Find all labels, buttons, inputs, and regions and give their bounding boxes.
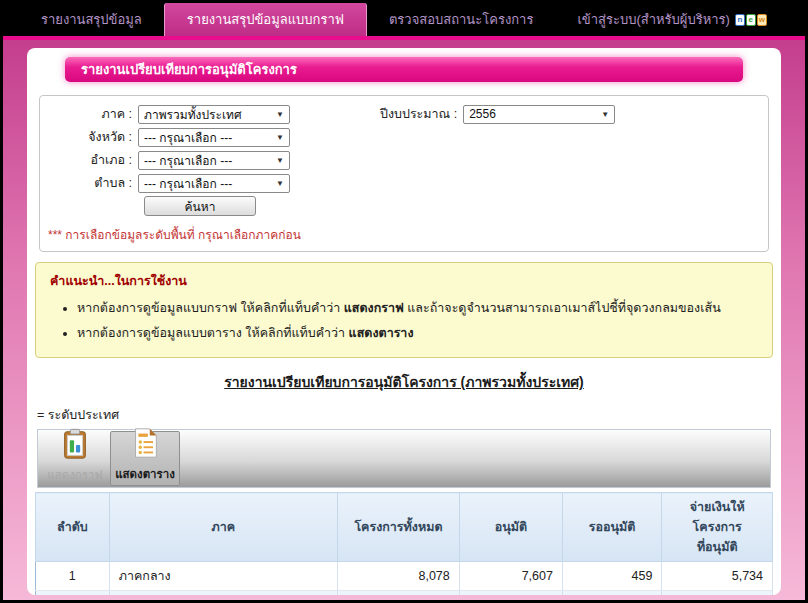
chevron-down-icon xyxy=(276,133,284,142)
instruction-bold-text: แสดงตาราง xyxy=(349,326,414,340)
province-select[interactable]: --- กรุณาเลือก --- xyxy=(138,128,290,147)
filter-note: *** การเลือกข้อมูลระดับพื้นที่ กรุณาเลือ… xyxy=(48,225,768,244)
column-header-pending: รออนุมัติ xyxy=(562,493,661,562)
instruction-item: หากต้องการดูข้อมูลแบบตาราง ให้คลิกที่แท็… xyxy=(77,323,758,343)
report-title: รายงานเปรียบเทียบการอนุมัติโครงการ (ภาพร… xyxy=(35,371,773,393)
year-select[interactable]: 2556 xyxy=(463,105,615,124)
cell-pending: 459 xyxy=(562,562,661,591)
nav-tab-label: เข้าสู่ระบบ(สำหรับผู้บริหาร) xyxy=(577,9,729,30)
table-row: 2 ภาคตะวันออกเฉียงเหนือ 10,683 8,339 2,3… xyxy=(36,591,773,596)
table-icon xyxy=(128,426,162,464)
column-header-region: ภาค xyxy=(109,493,337,562)
region-select-value: ภาพรวมทั้งประเทศ xyxy=(144,105,242,124)
column-header-approved: อนุมัติ xyxy=(459,493,562,562)
instructions-list: หากต้องการดูข้อมูลแบบกราฟ ให้คลิกที่แท็บ… xyxy=(77,298,758,343)
page-title-banner: รายงานเปรียบเทียบการอนุมัติโครงการ xyxy=(65,57,743,82)
instructions-title: คำแนะนำ...ในการใช้งาน xyxy=(50,271,758,291)
content-panel: รายงานเปรียบเทียบการอนุมัติโครงการ ภาค :… xyxy=(27,48,781,595)
nav-tab-summary-report[interactable]: รายงานสรุปข้อมูล xyxy=(19,3,164,36)
app-window: รายงานสรุปข้อมูล รายงานสรุปข้อมูลแบบกราฟ… xyxy=(0,0,808,603)
nav-tab-label: ตรวจสอบสถานะโครงการ xyxy=(389,9,533,30)
chevron-down-icon xyxy=(601,110,609,119)
view-toolbar: แสดงกราฟ แสดงตาราง xyxy=(37,429,771,488)
year-group: ปีงบประมาณ : 2556 xyxy=(380,104,615,124)
page-title: รายงานเปรียบเทียบการอนุมัติโครงการ xyxy=(81,62,297,77)
subdistrict-select[interactable]: --- กรุณาเลือก --- xyxy=(138,174,290,193)
cell-total: 8,078 xyxy=(338,562,460,591)
year-label: ปีงบประมาณ : xyxy=(380,104,463,124)
show-graph-button[interactable]: แสดงกราฟ xyxy=(40,431,110,486)
cell-index: 2 xyxy=(36,591,110,596)
column-header-total-projects: โครงการทั้งหมด xyxy=(338,493,460,562)
new-badge-letter: n xyxy=(735,14,745,26)
cell-paid: 5,734 xyxy=(662,562,773,591)
instruction-text: หากต้องการดูข้อมูลแบบตาราง ให้คลิกที่แท็… xyxy=(77,326,349,340)
top-navigation: รายงานสรุปข้อมูล รายงานสรุปข้อมูลแบบกราฟ… xyxy=(3,3,805,36)
chevron-down-icon xyxy=(276,156,284,165)
instruction-text: และถ้าจะดูจำนวนสามารถเอาเมาส์ไปชี้ที่จุด… xyxy=(404,301,721,315)
cell-region: ภาคตะวันออกเฉียงเหนือ xyxy=(109,591,337,596)
column-header-index: ลำดับ xyxy=(36,493,110,562)
cell-region: ภาคกลาง xyxy=(109,562,337,591)
cell-pending: 2,343 xyxy=(562,591,661,596)
show-table-label: แสดงตาราง xyxy=(115,465,175,483)
nav-tab-graph-report[interactable]: รายงานสรุปข้อมูลแบบกราฟ xyxy=(164,3,367,36)
cell-approved: 8,339 xyxy=(459,591,562,596)
column-header-paid: จ่ายเงินให้โครงการ ที่อนุมัติ xyxy=(662,493,773,562)
chevron-down-icon xyxy=(276,110,284,119)
table-header-row: ลำดับ ภาค โครงการทั้งหมด อนุมัติ รออนุมั… xyxy=(36,493,773,562)
table-row: 1 ภาคกลาง 8,078 7,607 459 5,734 xyxy=(36,562,773,591)
province-label: จังหวัด : xyxy=(40,127,138,147)
nav-tab-label: รายงานสรุปข้อมูล xyxy=(41,9,142,30)
instruction-text: หากต้องการดูข้อมูลแบบกราฟ ให้คลิกที่แท็บ… xyxy=(77,301,344,315)
show-table-button[interactable]: แสดงตาราง xyxy=(110,431,180,486)
search-button[interactable]: ค้นหา xyxy=(144,196,256,216)
nav-tab-label: รายงานสรุปข้อมูลแบบกราฟ xyxy=(187,9,344,30)
page-background: รายงานเปรียบเทียบการอนุมัติโครงการ ภาค :… xyxy=(3,40,805,603)
chevron-down-icon xyxy=(276,179,284,188)
region-select[interactable]: ภาพรวมทั้งประเทศ xyxy=(138,105,290,124)
subdistrict-select-value: --- กรุณาเลือก --- xyxy=(144,174,232,193)
district-select[interactable]: --- กรุณาเลือก --- xyxy=(138,151,290,170)
instructions-box: คำแนะนำ...ในการใช้งาน หากต้องการดูข้อมูล… xyxy=(35,262,773,358)
subdistrict-label: ตำบล : xyxy=(40,173,138,193)
graph-icon xyxy=(58,427,92,465)
show-graph-label: แสดงกราฟ xyxy=(47,466,102,484)
instruction-item: หากต้องการดูข้อมูลแบบกราฟ ให้คลิกที่แท็บ… xyxy=(77,298,758,318)
district-label: อำเภอ : xyxy=(40,150,138,170)
year-select-value: 2556 xyxy=(469,107,496,121)
data-table: ลำดับ ภาค โครงการทั้งหมด อนุมัติ รออนุมั… xyxy=(35,492,773,595)
column-header-paid-line2: ที่อนุมัติ xyxy=(666,537,768,557)
column-header-paid-line1: จ่ายเงินให้โครงการ xyxy=(666,497,768,537)
cell-approved: 7,607 xyxy=(459,562,562,591)
district-select-value: --- กรุณาเลือก --- xyxy=(144,151,232,170)
level-label: = ระดับประเทศ xyxy=(37,405,771,425)
new-badge-letter: w xyxy=(757,14,767,26)
province-select-value: --- กรุณาเลือก --- xyxy=(144,128,232,147)
nav-tab-project-status[interactable]: ตรวจสอบสถานะโครงการ xyxy=(367,3,555,36)
new-badge: n e w xyxy=(735,14,767,26)
cell-total: 10,683 xyxy=(338,591,460,596)
instruction-bold-text: แสดงกราฟ xyxy=(344,301,404,315)
new-badge-letter: e xyxy=(746,14,756,26)
cell-index: 1 xyxy=(36,562,110,591)
cell-paid: 3,768 xyxy=(662,591,773,596)
region-label: ภาค : xyxy=(40,104,138,124)
filter-panel: ภาค : ภาพรวมทั้งประเทศ จังหวัด : --- กรุ… xyxy=(39,95,769,252)
nav-tab-admin-login[interactable]: เข้าสู่ระบบ(สำหรับผู้บริหาร) n e w xyxy=(555,3,788,36)
